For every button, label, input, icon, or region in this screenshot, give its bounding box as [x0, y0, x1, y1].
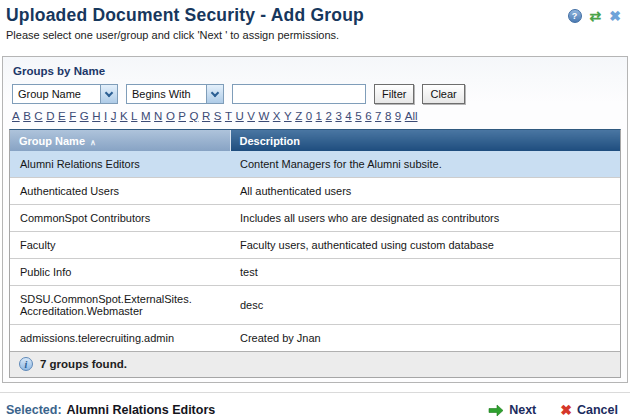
group-name-cell: Public Info	[10, 259, 230, 286]
group-description-cell: All authenticated users	[230, 178, 620, 205]
filter-button[interactable]: Filter	[374, 84, 414, 104]
green-arrow-icon	[488, 404, 504, 417]
alphabet-link-l[interactable]: L	[131, 110, 137, 122]
refresh-icon[interactable]: ⇄	[590, 9, 602, 23]
header-icons: ? ⇄ ✖	[568, 9, 621, 23]
panel-title: Groups by Name	[3, 57, 627, 83]
alphabet-link-all[interactable]: All	[405, 110, 418, 122]
info-icon: i	[19, 357, 33, 371]
group-name-cell: admissions.telerecruiting.admin	[10, 325, 230, 352]
alphabet-link-1[interactable]: 1	[316, 110, 322, 122]
alphabet-link-6[interactable]: 6	[365, 110, 371, 122]
column-header-group-name[interactable]: Group Name∧	[10, 130, 230, 151]
group-description-cell: desc	[230, 286, 620, 325]
selected-label: Selected:	[6, 403, 62, 417]
red-x-icon: ✖	[560, 403, 572, 417]
alphabet-link-x[interactable]: X	[273, 110, 281, 122]
cancel-button[interactable]: ✖ Cancel	[560, 403, 618, 417]
alphabet-link-w[interactable]: W	[258, 110, 269, 122]
groups-table: Group Name∧ Description Alumni Relations…	[9, 129, 621, 378]
alphabet-link-k[interactable]: K	[120, 110, 128, 122]
groups-found-count: 7 groups found.	[40, 358, 127, 370]
operator-select-value: Begins With	[127, 85, 206, 103]
alphabet-link-f[interactable]: F	[69, 110, 76, 122]
cancel-label: Cancel	[577, 403, 618, 417]
close-icon[interactable]: ✖	[609, 9, 621, 23]
alphabet-link-t[interactable]: T	[225, 110, 232, 122]
group-description-cell: Faculty users, authenticated using custo…	[230, 232, 620, 259]
sort-asc-icon: ∧	[90, 138, 96, 147]
alphabet-link-o[interactable]: O	[166, 110, 175, 122]
help-icon[interactable]: ?	[568, 9, 582, 23]
table-header-row: Group Name∧ Description	[10, 130, 620, 151]
chevron-down-icon	[100, 85, 117, 103]
selected-value: Alumni Relations Editors	[67, 403, 216, 417]
field-select-value: Group Name	[13, 85, 100, 103]
alphabet-link-c[interactable]: C	[34, 110, 42, 122]
filter-input[interactable]	[232, 84, 366, 104]
operator-select[interactable]: Begins With	[126, 84, 224, 104]
group-name-cell: Faculty	[10, 232, 230, 259]
table-row[interactable]: Authenticated Users All authenticated us…	[10, 178, 620, 205]
group-description-cell: Created by Jnan	[230, 325, 620, 352]
alphabet-link-u[interactable]: U	[235, 110, 243, 122]
alphabet-link-e[interactable]: E	[58, 110, 66, 122]
table-row[interactable]: SDSU.CommonSpot.ExternalSites. Accredita…	[10, 286, 620, 325]
alphabet-link-q[interactable]: Q	[190, 110, 199, 122]
clear-button[interactable]: Clear	[422, 84, 464, 104]
table-row[interactable]: Faculty Faculty users, authenticated usi…	[10, 232, 620, 259]
alphabet-link-r[interactable]: R	[202, 110, 210, 122]
alphabet-links: ABCDEFGHIJKLMNOPQRSTUVWXYZ0123456789All	[3, 106, 627, 129]
table-row[interactable]: Public Info test	[10, 259, 620, 286]
alphabet-link-7[interactable]: 7	[375, 110, 381, 122]
alphabet-link-y[interactable]: Y	[284, 110, 292, 122]
alphabet-link-z[interactable]: Z	[295, 110, 302, 122]
alphabet-link-s[interactable]: S	[214, 110, 222, 122]
group-name-cell: Alumni Relations Editors	[10, 151, 230, 178]
table-status-row: i 7 groups found.	[10, 351, 620, 377]
dialog-instructions: Please select one user/group and click '…	[6, 29, 622, 41]
bottom-bar: Selected:Alumni Relations Editors Next ✖…	[0, 393, 630, 417]
alphabet-link-h[interactable]: H	[92, 110, 100, 122]
table-row[interactable]: Alumni Relations Editors Content Manager…	[10, 151, 620, 178]
group-description-cell: Includes all users who are designated as…	[230, 205, 620, 232]
dialog-header: Uploaded Document Security - Add Group P…	[0, 0, 630, 41]
alphabet-link-4[interactable]: 4	[345, 110, 351, 122]
column-header-description[interactable]: Description	[230, 130, 620, 151]
alphabet-link-p[interactable]: P	[178, 110, 186, 122]
group-name-cell: Authenticated Users	[10, 178, 230, 205]
alphabet-link-3[interactable]: 3	[335, 110, 341, 122]
chevron-down-icon	[206, 85, 223, 103]
group-description-cell: Content Managers for the Alumni subsite.	[230, 151, 620, 178]
selection-summary: Selected:Alumni Relations Editors	[6, 403, 215, 417]
column-label: Description	[240, 135, 301, 147]
next-label: Next	[509, 403, 536, 417]
alphabet-link-m[interactable]: M	[141, 110, 151, 122]
alphabet-link-0[interactable]: 0	[306, 110, 312, 122]
group-name-cell: SDSU.CommonSpot.ExternalSites. Accredita…	[10, 286, 230, 325]
alphabet-link-b[interactable]: B	[23, 110, 31, 122]
alphabet-link-n[interactable]: N	[154, 110, 162, 122]
alphabet-link-5[interactable]: 5	[355, 110, 361, 122]
filter-row: Group Name Begins With Filter Clear	[3, 83, 627, 106]
alphabet-link-j[interactable]: J	[111, 110, 117, 122]
page-title: Uploaded Document Security - Add Group	[6, 5, 622, 26]
column-label: Group Name	[19, 135, 85, 147]
alphabet-link-v[interactable]: V	[247, 110, 255, 122]
table-row[interactable]: CommonSpot Contributors Includes all use…	[10, 205, 620, 232]
group-description-cell: test	[230, 259, 620, 286]
alphabet-link-8[interactable]: 8	[385, 110, 391, 122]
group-name-cell: CommonSpot Contributors	[10, 205, 230, 232]
alphabet-link-g[interactable]: G	[80, 110, 89, 122]
table-row[interactable]: admissions.telerecruiting.admin Created …	[10, 325, 620, 352]
field-select[interactable]: Group Name	[12, 84, 118, 104]
alphabet-link-d[interactable]: D	[46, 110, 54, 122]
alphabet-link-2[interactable]: 2	[326, 110, 332, 122]
action-buttons: Next ✖ Cancel	[488, 403, 618, 417]
alphabet-link-9[interactable]: 9	[395, 110, 401, 122]
alphabet-link-a[interactable]: A	[12, 110, 20, 122]
groups-panel: Groups by Name Group Name Begins With Fi…	[2, 56, 628, 383]
alphabet-link-i[interactable]: I	[104, 110, 107, 122]
next-button[interactable]: Next	[488, 403, 536, 417]
